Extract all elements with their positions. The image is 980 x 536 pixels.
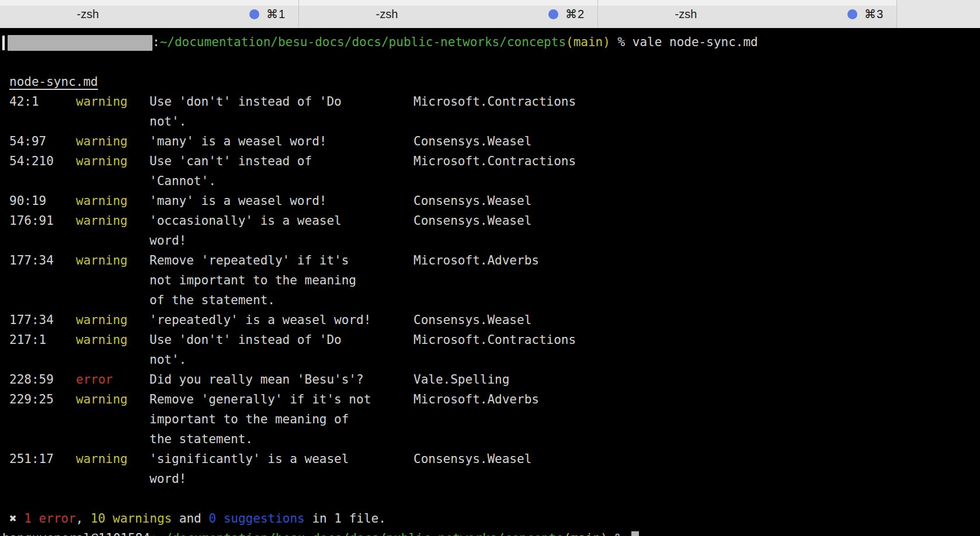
issue-message-line: Use 'don't' instead of 'Do xyxy=(150,92,413,112)
issue-severity: warning xyxy=(76,330,150,350)
issue-message-line: Use 'can't' instead of xyxy=(150,151,413,171)
prompt-line: :~/documentation/besu-docs/docs/public-n… xyxy=(2,32,980,52)
vale-issue-row: 90:19 warning 'many' is a weasel word! C… xyxy=(9,191,980,211)
issue-severity: warning xyxy=(76,211,150,231)
next-prompt-line: hanguyeneral@1101584:~/documentation/bes… xyxy=(2,528,980,536)
issue-message: 'many' is a weasel word! xyxy=(150,131,413,151)
issue-severity: warning xyxy=(76,310,150,330)
issue-message: Did you really mean 'Besu's'? xyxy=(150,370,413,389)
tab-shortcut-label: ⌘2 xyxy=(565,7,585,21)
summary-tail: in 1 file. xyxy=(305,511,386,525)
summary-errors: 1 error xyxy=(24,511,76,525)
vale-issues-table: 42:1 warning Use 'don't' instead of 'Don… xyxy=(9,92,980,489)
typed-command: vale node-sync.md xyxy=(633,35,758,49)
tab-bar-empty-area xyxy=(897,0,980,28)
terminal-tab[interactable]: -zsh ⌘2 xyxy=(299,0,598,28)
tab-shortcut-label: ⌘1 xyxy=(266,7,286,21)
next-git-branch: (main) xyxy=(564,531,608,536)
issue-severity: warning xyxy=(76,449,150,469)
issue-message-line: 'many' is a weasel word! xyxy=(150,131,413,151)
issue-message-line: not'. xyxy=(150,112,413,131)
issue-message: 'repeatedly' is a weasel word! xyxy=(150,310,413,330)
vale-issue-row: 54:210 warning Use 'can't' instead of'Ca… xyxy=(9,151,980,191)
issue-message: Use 'don't' instead of 'Donot'. xyxy=(150,330,413,370)
issue-message-line: 'significantly' is a weasel xyxy=(150,449,413,469)
activity-dot-icon xyxy=(548,9,558,19)
tab-strip: -zsh ⌘1 -zsh ⌘2 -zsh ⌘3 xyxy=(0,0,897,28)
issue-position: 54:97 xyxy=(9,131,76,151)
issue-position: 90:19 xyxy=(9,191,76,211)
vale-issue-row: 217:1 warning Use 'don't' instead of 'Do… xyxy=(9,330,980,370)
issue-message-line: of the statement. xyxy=(150,290,413,310)
issue-message-line: Remove 'repeatedly' if it's xyxy=(150,250,413,270)
summary-and: and xyxy=(172,511,208,525)
issue-severity: error xyxy=(76,370,150,389)
vale-issue-row: 229:25 warning Remove 'generally' if it'… xyxy=(9,389,980,449)
issue-message-line: word! xyxy=(150,231,413,250)
summary-mark-icon: ✖ xyxy=(9,511,24,525)
issue-position: 228:59 xyxy=(9,370,76,389)
issue-rule: Vale.Spelling xyxy=(413,370,980,389)
issue-message: Use 'can't' instead of'Cannot'. xyxy=(150,151,413,191)
redacted-user-host xyxy=(8,35,152,51)
summary-comma: , xyxy=(76,511,91,525)
tab-title: -zsh xyxy=(77,8,99,21)
terminal-tab[interactable]: -zsh ⌘1 xyxy=(0,0,299,28)
tab-title: -zsh xyxy=(675,8,697,21)
prompt-symbol: % xyxy=(610,35,633,49)
tab-right-group: ⌘2 xyxy=(548,0,585,28)
vale-issue-row: 251:17 warning 'significantly' is a weas… xyxy=(9,449,980,489)
vale-issue-row: 228:59 error Did you really mean 'Besu's… xyxy=(9,370,980,389)
vale-issue-row: 176:91 warning 'occasionally' is a wease… xyxy=(9,211,980,250)
issue-rule: Microsoft.Adverbs xyxy=(413,250,980,270)
issue-severity: warning xyxy=(76,191,150,211)
issue-message-line: Use 'don't' instead of 'Do xyxy=(150,330,413,350)
tab-shortcut-label: ⌘3 xyxy=(864,7,884,21)
summary-warnings: 10 warnings xyxy=(91,511,172,525)
issue-rule: Microsoft.Contractions xyxy=(413,92,980,112)
vale-issue-row: 177:34 warning 'repeatedly' is a weasel … xyxy=(9,310,980,330)
vale-issue-row: 42:1 warning Use 'don't' instead of 'Don… xyxy=(9,92,980,131)
next-user-host: hanguyeneral@1101584 xyxy=(2,531,150,536)
issue-position: 42:1 xyxy=(9,92,76,112)
issue-severity: warning xyxy=(76,250,150,270)
issue-rule: Microsoft.Contractions xyxy=(413,151,980,171)
issue-message-line: Remove 'generally' if it's not xyxy=(150,389,413,409)
issue-message: Use 'don't' instead of 'Donot'. xyxy=(150,92,413,131)
issue-message-line: 'repeatedly' is a weasel word! xyxy=(150,310,413,330)
issue-message-line: important to the meaning of xyxy=(150,409,413,429)
issue-rule: Consensys.Weasel xyxy=(413,310,980,330)
activity-dot-icon xyxy=(847,9,857,19)
issue-message-line: 'Cannot'. xyxy=(150,171,413,191)
summary-suggestions: 0 suggestions xyxy=(208,511,304,525)
issue-position: 229:25 xyxy=(9,389,76,409)
issue-position: 177:34 xyxy=(9,250,76,270)
issue-message-line: not'. xyxy=(150,350,413,370)
git-branch: (main) xyxy=(566,35,610,49)
vale-issue-row: 177:34 warning Remove 'repeatedly' if it… xyxy=(9,250,980,310)
issue-severity: warning xyxy=(76,92,150,112)
issue-rule: Microsoft.Contractions xyxy=(413,330,980,350)
issue-severity: warning xyxy=(76,131,150,151)
blank-line xyxy=(9,489,980,509)
terminal-window[interactable]: :~/documentation/besu-docs/docs/public-n… xyxy=(0,28,980,536)
terminal-cursor xyxy=(631,531,639,536)
tab-bar: -zsh ⌘1 -zsh ⌘2 -zsh ⌘3 xyxy=(0,0,980,28)
issue-rule: Consensys.Weasel xyxy=(413,131,980,151)
file-header: node-sync.md xyxy=(9,72,980,92)
issue-message: 'many' is a weasel word! xyxy=(150,191,413,211)
issue-position: 177:34 xyxy=(9,310,76,330)
issue-message: 'occasionally' is a weaselword! xyxy=(150,211,413,250)
tab-right-group: ⌘3 xyxy=(847,0,884,28)
issue-message-line: the statement. xyxy=(150,429,413,449)
blank-line xyxy=(9,52,980,72)
activity-dot-icon xyxy=(249,9,259,19)
terminal-tab[interactable]: -zsh ⌘3 xyxy=(598,0,897,28)
next-separator: : xyxy=(150,531,158,536)
issue-message-line: 'many' is a weasel word! xyxy=(150,191,413,211)
prompt-separator: : xyxy=(152,35,160,49)
issue-rule: Microsoft.Adverbs xyxy=(413,389,980,409)
issue-rule: Consensys.Weasel xyxy=(413,449,980,469)
next-prompt-symbol: % xyxy=(608,531,630,536)
issue-position: 176:91 xyxy=(9,211,76,231)
